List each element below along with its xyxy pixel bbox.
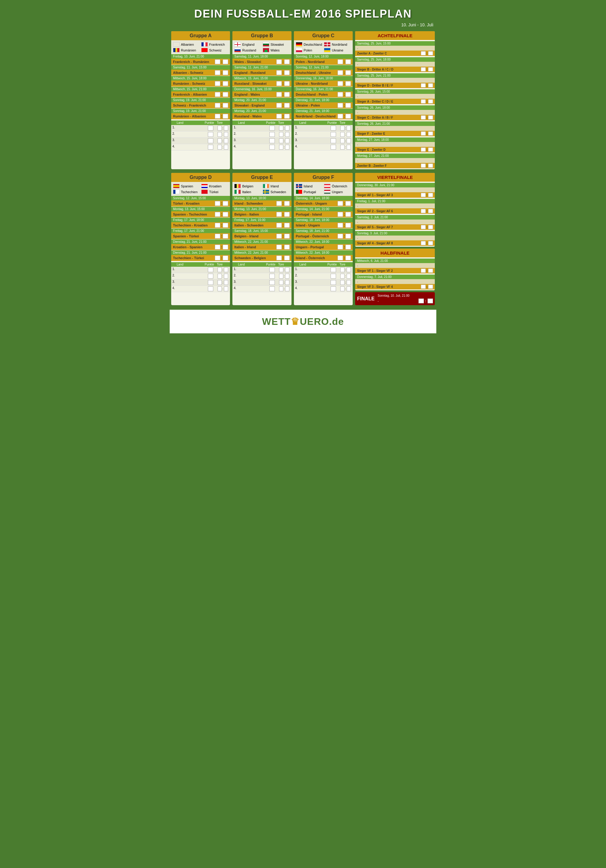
- score-box-home[interactable]: [215, 81, 220, 86]
- k-score-box-away[interactable]: [428, 225, 433, 229]
- score-box-home[interactable]: [277, 201, 282, 206]
- row-tore[interactable]: :: [339, 126, 351, 130]
- row-tore[interactable]: :: [278, 126, 290, 130]
- score-box-home[interactable]: [337, 212, 343, 217]
- k-score-box-away[interactable]: [428, 268, 433, 273]
- score-box-away[interactable]: [223, 70, 228, 75]
- finale-score-box-home[interactable]: [418, 299, 424, 303]
- row-tore[interactable]: :: [217, 132, 229, 137]
- score-box-away[interactable]: [223, 245, 228, 250]
- score-box-away[interactable]: [284, 114, 290, 119]
- score-box-home[interactable]: [337, 256, 343, 260]
- row-punkte[interactable]: [205, 126, 217, 130]
- score-box-away[interactable]: [345, 212, 351, 217]
- score-box-away[interactable]: [345, 114, 351, 119]
- row-land[interactable]: [177, 126, 205, 130]
- score-box-home[interactable]: [215, 70, 220, 75]
- k-score-box-away[interactable]: [428, 67, 433, 71]
- k-score-box-home[interactable]: [421, 209, 426, 213]
- score-box-away[interactable]: [284, 245, 290, 250]
- row-land[interactable]: [299, 138, 327, 143]
- k-score-box-home[interactable]: [421, 163, 426, 168]
- score-box-away[interactable]: [284, 92, 290, 97]
- score-box-home[interactable]: [215, 59, 220, 64]
- score-box-home[interactable]: [277, 81, 282, 86]
- score-box-away[interactable]: [284, 70, 290, 75]
- k-score-box-away[interactable]: [428, 163, 433, 168]
- score-box-home[interactable]: [277, 114, 282, 119]
- row-tore[interactable]: :: [339, 132, 351, 137]
- k-score-box-away[interactable]: [428, 83, 433, 87]
- score-box-home[interactable]: [277, 256, 282, 260]
- score-box-away[interactable]: [284, 81, 290, 86]
- k-score-box-home[interactable]: [421, 83, 426, 87]
- k-score-box-away[interactable]: [428, 147, 433, 152]
- row-tore[interactable]: :: [339, 138, 351, 143]
- row-land[interactable]: [299, 126, 327, 130]
- score-box-away[interactable]: [223, 212, 228, 217]
- score-box-home[interactable]: [277, 59, 282, 64]
- score-box-home[interactable]: [337, 70, 343, 75]
- row-tore[interactable]: :: [217, 126, 229, 130]
- score-box-away[interactable]: [284, 103, 290, 108]
- score-box-away[interactable]: [223, 81, 228, 86]
- row-tore[interactable]: :: [217, 138, 229, 143]
- row-punkte[interactable]: [327, 145, 339, 150]
- k-score-box-home[interactable]: [421, 285, 426, 289]
- score-box-home[interactable]: [337, 92, 343, 97]
- score-box-away[interactable]: [223, 114, 228, 119]
- row-tore[interactable]: :: [278, 138, 290, 143]
- k-score-box-home[interactable]: [421, 51, 426, 56]
- row-punkte[interactable]: [266, 138, 278, 143]
- score-box-away[interactable]: [345, 92, 351, 97]
- score-box-home[interactable]: [337, 201, 343, 206]
- row-land[interactable]: [238, 145, 266, 150]
- score-box-away[interactable]: [223, 92, 228, 97]
- score-box-home[interactable]: [215, 256, 220, 260]
- k-score-box-home[interactable]: [421, 115, 426, 119]
- row-punkte[interactable]: [266, 145, 278, 150]
- row-punkte[interactable]: [327, 138, 339, 143]
- k-score-box-away[interactable]: [428, 241, 433, 245]
- row-punkte[interactable]: [327, 126, 339, 130]
- score-box-away[interactable]: [345, 223, 351, 228]
- score-box-away[interactable]: [284, 234, 290, 239]
- score-box-home[interactable]: [215, 223, 220, 228]
- score-box-home[interactable]: [277, 234, 282, 239]
- score-box-home[interactable]: [337, 59, 343, 64]
- k-score-box-away[interactable]: [428, 51, 433, 56]
- row-tore[interactable]: :: [278, 145, 290, 150]
- k-score-box-away[interactable]: [428, 115, 433, 119]
- score-box-away[interactable]: [284, 59, 290, 64]
- score-box-home[interactable]: [337, 223, 343, 228]
- score-box-away[interactable]: [223, 59, 228, 64]
- row-punkte[interactable]: [266, 126, 278, 130]
- score-box-away[interactable]: [223, 103, 228, 108]
- score-box-away[interactable]: [284, 212, 290, 217]
- score-box-away[interactable]: [223, 234, 228, 239]
- k-score-box-away[interactable]: [428, 209, 433, 213]
- score-box-away[interactable]: [345, 201, 351, 206]
- score-box-away[interactable]: [345, 81, 351, 86]
- k-score-box-home[interactable]: [421, 225, 426, 229]
- score-box-home[interactable]: [277, 70, 282, 75]
- score-box-home[interactable]: [337, 114, 343, 119]
- score-box-home[interactable]: [215, 234, 220, 239]
- k-score-box-away[interactable]: [428, 132, 433, 136]
- row-punkte[interactable]: [205, 138, 217, 143]
- k-score-box-home[interactable]: [421, 132, 426, 136]
- k-score-box-home[interactable]: [421, 241, 426, 245]
- score-box-away[interactable]: [284, 256, 290, 260]
- score-box-away[interactable]: [345, 256, 351, 260]
- score-box-home[interactable]: [215, 103, 220, 108]
- score-box-home[interactable]: [337, 234, 343, 239]
- row-punkte[interactable]: [205, 132, 217, 137]
- row-land[interactable]: [177, 138, 205, 143]
- row-tore[interactable]: :: [339, 145, 351, 150]
- finale-score-box-away[interactable]: [427, 299, 433, 303]
- score-box-home[interactable]: [277, 103, 282, 108]
- k-score-box-away[interactable]: [428, 99, 433, 104]
- score-box-away[interactable]: [345, 70, 351, 75]
- score-box-home[interactable]: [277, 245, 282, 250]
- score-box-home[interactable]: [277, 212, 282, 217]
